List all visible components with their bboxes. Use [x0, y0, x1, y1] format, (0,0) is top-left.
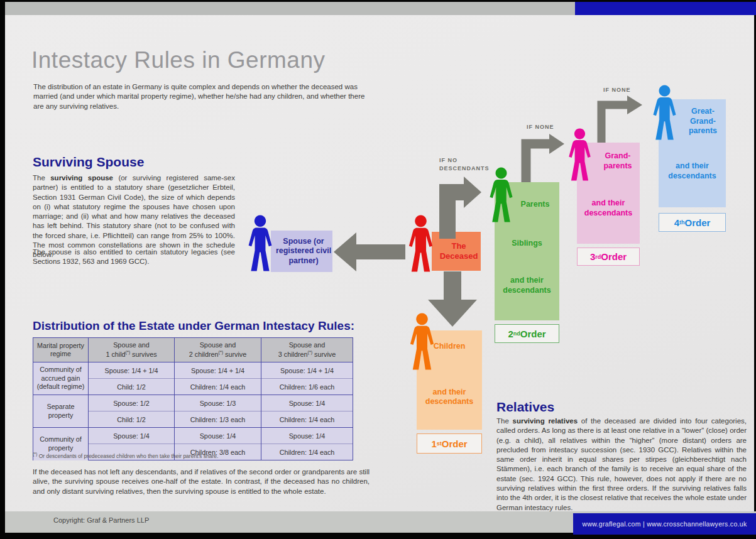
para-bold: surviving spouse — [50, 174, 113, 182]
copyright-text: Copyright: Graf & Partners LLP — [53, 516, 149, 524]
share-cell: Spouse: 1/4 — [261, 428, 353, 444]
arrow-deceased-to-parents-icon — [437, 174, 481, 239]
header-regime: Marital propertyregime — [33, 338, 89, 362]
para-lead: The — [496, 417, 513, 425]
footnote-text: Or descendants of predeceased children w… — [37, 453, 218, 459]
para-lead: The — [33, 174, 50, 182]
arrow-parents-to-grandparents-icon — [519, 129, 566, 182]
share-cell: Spouse: 1/4 + 1/4 — [175, 362, 261, 379]
intro-paragraph: The distribution of an estate in Germany… — [33, 82, 365, 111]
para-bold: surviving relatives — [513, 417, 578, 425]
table-footnote: (*) Or descendants of predeceased childr… — [33, 452, 218, 459]
para-rest: of the deceased are divided into four ca… — [496, 417, 747, 511]
share-cell: Children: 1/4 each — [261, 411, 353, 428]
regime-cell: Separate property — [33, 395, 89, 428]
poster: Intestacy Rules in Germany The distribut… — [0, 0, 756, 539]
share-cell: Spouse: 1/3 — [175, 395, 261, 411]
surviving-spouse-paragraph-2: The spouse is also entitled to certain s… — [33, 248, 235, 267]
share-cell: Children: 1/3 each — [175, 411, 261, 428]
distribution-paragraph: If the deceased has not left any descend… — [33, 467, 370, 496]
relatives-heading: Relatives — [496, 400, 554, 415]
spouse-box: Spouse (or registered civil partner) — [271, 231, 332, 272]
deceased-person-icon — [406, 214, 436, 273]
distribution-table: Marital propertyregime Spouse and1 child… — [33, 337, 353, 460]
share-cell: Children: 1/4 each — [175, 379, 261, 395]
spouse-person-icon — [246, 214, 275, 272]
grandparents-descendants-label: and their descendants — [577, 199, 640, 218]
first-order-badge: 1st Order — [417, 433, 482, 454]
regime-cell: Community of accrued gain (default regim… — [33, 362, 89, 395]
arrow-grandparents-to-greatgrandparents-icon — [596, 92, 645, 143]
share-cell: Spouse: 1/4 — [89, 428, 175, 444]
footer-url-bar: www.graflegal.com | www.crosschannellawy… — [573, 513, 756, 535]
second-order-badge: 2nd Order — [495, 324, 559, 343]
relatives-paragraph: The surviving relatives of the deceased … — [496, 416, 747, 513]
share-cell: Spouse: 1/4 — [175, 428, 261, 444]
footer-urls: www.graflegal.com | www.crosschannellawy… — [583, 520, 747, 528]
surviving-spouse-heading: Surviving Spouse — [33, 155, 144, 170]
table-row: Separate property Spouse: 1/2 Spouse: 1/… — [33, 395, 353, 411]
grandparents-person-icon — [566, 127, 593, 182]
arrow-deceased-to-spouse-icon — [334, 232, 405, 271]
parents-descendants-label: and their descendants — [495, 276, 559, 295]
surviving-spouse-paragraph-1: The surviving spouse (or surviving regis… — [33, 173, 235, 260]
table-row: Community of property Spouse: 1/4 Spouse… — [33, 428, 353, 444]
top-bar-blue — [575, 2, 756, 15]
table-header-row: Marital propertyregime Spouse and1 child… — [33, 338, 353, 362]
share-cell: Spouse: 1/4 — [261, 395, 353, 411]
siblings-label: Siblings — [495, 239, 559, 249]
share-cell: Child: 1/2 — [89, 379, 175, 395]
spouse-label: Spouse (or registered civil partner) — [275, 237, 332, 266]
header-one-child: Spouse and1 child(*) survives — [89, 338, 175, 362]
header-two-children: Spouse and2 children(*) survive — [175, 338, 261, 362]
children-descendants-label: and their descendants — [417, 388, 482, 407]
top-bar-gray — [5, 2, 575, 15]
share-cell: Spouse: 1/4 + 1/4 — [261, 362, 353, 379]
share-cell: Spouse: 1/2 — [89, 395, 175, 411]
share-cell: Child: 1/2 — [89, 411, 175, 428]
children-person-icon — [407, 312, 437, 371]
distribution-heading: Distribution of the Estate under German … — [33, 319, 354, 333]
share-cell: Children: 1/6 each — [261, 379, 353, 395]
para-rest: (or surviving registered same-sex partne… — [33, 174, 235, 258]
parents-person-icon — [487, 166, 515, 223]
deceased-label: The Deceased — [437, 241, 481, 262]
greatgrandparents-descendants-label: and their descendants — [659, 161, 726, 181]
table-row: Community of accrued gain (default regim… — [33, 362, 353, 379]
fourth-order-badge: 4th Order — [659, 213, 726, 232]
share-cell: Spouse: 1/4 + 1/4 — [89, 362, 175, 379]
share-cell: Children: 1/4 each — [261, 444, 353, 460]
third-order-badge: 3rd Order — [577, 248, 640, 266]
header-three-children: Spouse and3 children(*) survive — [261, 338, 353, 362]
label-if-no-descendants: IF NODESCENDANTS — [439, 156, 490, 173]
page-title: Intestacy Rules in Germany — [31, 47, 325, 74]
greatgrandparents-person-icon — [650, 84, 679, 141]
